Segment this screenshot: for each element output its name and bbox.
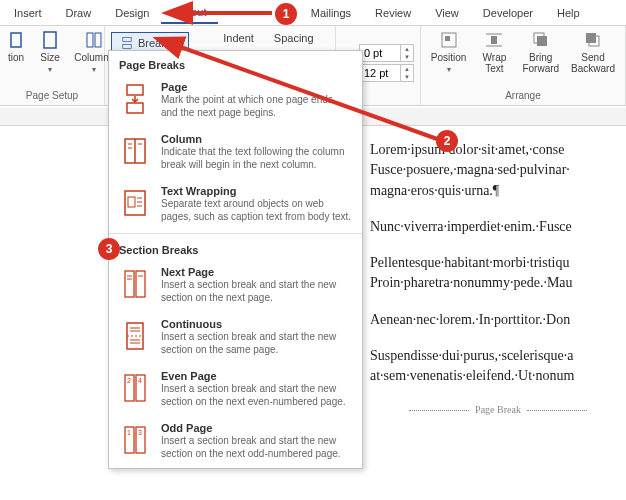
spin-down-icon[interactable]: ▼ [401, 53, 413, 61]
spacing-after-input[interactable]: ▲▼ [359, 64, 414, 82]
wrap-text-button[interactable]: Wrap Text [474, 28, 514, 76]
doc-text: Fusce·posuere,·magna·sed·pulvinar· [370, 162, 570, 177]
svg-rect-28 [136, 271, 145, 297]
tab-developer[interactable]: Developer [471, 3, 545, 23]
svg-rect-11 [537, 36, 547, 46]
page-icon [119, 81, 151, 117]
tab-help[interactable]: Help [545, 3, 592, 23]
doc-text: Lorem·ipsum·dolor·sit·amet,·conse [370, 142, 564, 157]
send-backward-icon [583, 30, 603, 50]
svg-text:3: 3 [138, 429, 142, 436]
position-icon [439, 30, 459, 50]
annotation-3: 3 [98, 238, 120, 260]
tab-mailings[interactable]: Mailings [299, 3, 363, 23]
spacing-label: Spacing [274, 32, 314, 44]
size-icon [40, 30, 60, 50]
spin-up-icon[interactable]: ▲ [401, 65, 413, 73]
menu-even-page[interactable]: 24 Even PageInsert a section break and s… [109, 364, 362, 416]
odd-page-icon: 13 [119, 422, 151, 458]
page-break-indicator: Page Break [370, 403, 626, 418]
tab-design[interactable]: Design [103, 3, 161, 23]
tab-view[interactable]: View [423, 3, 471, 23]
page-break-icon [120, 36, 134, 50]
menu-page-break[interactable]: PageMark the point at which one page end… [109, 75, 362, 127]
next-page-icon [119, 266, 151, 302]
document-area[interactable]: Lorem·ipsum·dolor·sit·amet,·conse Fusce·… [370, 140, 626, 417]
svg-rect-7 [445, 36, 450, 41]
spacing-before-input[interactable]: ▲▼ [359, 44, 414, 62]
section-breaks-header: Section Breaks [109, 236, 362, 260]
svg-text:1: 1 [127, 429, 131, 436]
menu-odd-page[interactable]: 13 Odd PageInsert a section break and st… [109, 416, 362, 468]
doc-text: Aenean·nec·lorem.·In·porttitor.·Don [370, 312, 570, 327]
doc-text: Pellentesque·habitant·morbi·tristiqu [370, 255, 569, 270]
svg-rect-1 [44, 32, 56, 48]
breaks-dropdown: Page Breaks PageMark the point at which … [108, 50, 363, 469]
doc-text: magna·eros·quis·urna.¶ [370, 183, 499, 198]
menu-next-page[interactable]: Next PageInsert a section break and star… [109, 260, 362, 312]
continuous-icon [119, 318, 151, 354]
svg-rect-16 [127, 103, 143, 113]
size-button[interactable]: Size▾ [30, 28, 70, 77]
page-breaks-header: Page Breaks [109, 51, 362, 75]
spin-down-icon[interactable]: ▼ [401, 73, 413, 81]
arrange-label: Arrange [427, 90, 619, 103]
even-page-icon: 24 [119, 370, 151, 406]
doc-text: Suspendisse·dui·purus,·scelerisque·a [370, 348, 573, 363]
position-button[interactable]: Position▾ [427, 28, 471, 77]
svg-rect-5 [123, 44, 131, 48]
doc-text: Proin·pharetra·nonummy·pede.·Mau [370, 275, 573, 290]
svg-text:4: 4 [138, 377, 142, 384]
tab-draw[interactable]: Draw [54, 3, 104, 23]
svg-rect-13 [586, 33, 596, 43]
tab-review[interactable]: Review [363, 3, 423, 23]
wrap-text-icon [484, 30, 504, 50]
tab-insert[interactable]: Insert [2, 3, 54, 23]
svg-rect-15 [127, 85, 143, 95]
svg-rect-0 [11, 33, 21, 47]
orientation-button[interactable]: tion [6, 28, 26, 65]
doc-text: Nunc·viverra·imperdiet·enim.·Fusce [370, 219, 572, 234]
page-setup-label: Page Setup [6, 90, 98, 103]
menu-tabs: Insert Draw Design Layout References Mai… [0, 0, 626, 26]
annotation-2: 2 [436, 130, 458, 152]
text-wrapping-icon [119, 185, 151, 221]
svg-rect-8 [491, 36, 497, 44]
annotation-1: 1 [275, 3, 297, 25]
menu-text-wrapping[interactable]: Text WrappingSeparate text around object… [109, 179, 362, 231]
spin-up-icon[interactable]: ▲ [401, 45, 413, 53]
bring-forward-button[interactable]: Bring Forward [518, 28, 563, 76]
column-icon [119, 133, 151, 169]
svg-rect-2 [87, 33, 93, 47]
doc-text: at·sem·venenatis·eleifend.·Ut·nonum [370, 368, 575, 383]
tab-layout[interactable]: Layout [161, 2, 218, 24]
svg-rect-27 [125, 271, 134, 297]
svg-rect-3 [95, 33, 101, 47]
svg-rect-23 [128, 197, 135, 207]
bring-forward-icon [531, 30, 551, 50]
svg-text:2: 2 [127, 377, 131, 384]
columns-icon [84, 30, 104, 50]
send-backward-button[interactable]: Send Backward [567, 28, 619, 76]
orientation-icon [6, 30, 26, 50]
indent-label: Indent [223, 32, 254, 44]
svg-rect-4 [123, 37, 131, 41]
menu-column-break[interactable]: ColumnIndicate that the text following t… [109, 127, 362, 179]
menu-continuous[interactable]: ContinuousInsert a section break and sta… [109, 312, 362, 364]
